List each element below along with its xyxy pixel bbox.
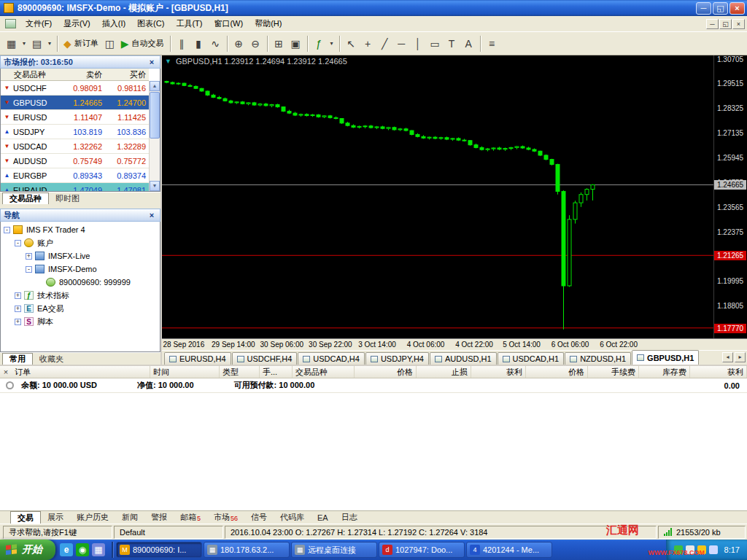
tree-item-3[interactable]: -IMSFX-Demo <box>1 262 160 276</box>
terminal-column-4[interactable]: 交易品种 <box>293 366 355 378</box>
terminal-tab-6[interactable]: 市场56 <box>207 511 244 524</box>
toolbar-crosshair-tool-button[interactable]: + <box>360 35 376 52</box>
market-watch-row-USDJPY[interactable]: ▲USDJPY103.819103.836 <box>1 125 149 139</box>
market-watch-close-icon[interactable]: × <box>147 58 157 66</box>
toolbar-vline-tool-button[interactable]: │ <box>410 35 427 52</box>
toolbar-zoom-in-button[interactable]: ⊕ <box>231 35 247 52</box>
toolbar-profiles-dropdown-button[interactable]: ▾ <box>45 35 54 52</box>
chart-tab-USDCADH1[interactable]: USDCAD,H1 <box>498 352 565 365</box>
toolbar-tile-windows-button[interactable]: ⊞ <box>271 35 287 52</box>
chart-tab-NZDUSDH1[interactable]: NZDUSD,H1 <box>565 352 631 365</box>
internet-explorer-icon[interactable]: e <box>60 543 73 556</box>
messenger-icon[interactable]: ◉ <box>76 543 89 556</box>
tree-item-4[interactable]: 890009690: 999999 <box>1 276 160 289</box>
chart-system-menu-icon[interactable] <box>5 19 16 28</box>
taskbar-task-0[interactable]: M890009690: I... <box>116 542 202 558</box>
time-axis[interactable]: 28 Sep 201629 Sep 14:0030 Sep 06:0030 Se… <box>162 338 747 350</box>
terminal-tab-2[interactable]: 账户历史 <box>70 511 115 524</box>
taskbar-task-1[interactable]: ▦180.178.63.2... <box>204 542 290 558</box>
tree-item-6[interactable]: +EEA交易 <box>1 302 160 315</box>
toolbar-hline-tool-button[interactable]: ─ <box>393 35 410 52</box>
toolbar-objects-list-button[interactable]: ≡ <box>484 35 500 52</box>
terminal-tab-1[interactable]: 展示 <box>41 511 70 524</box>
tab-common[interactable]: 常用 <box>2 353 33 365</box>
menu-item-2[interactable]: 插入(I) <box>96 16 131 31</box>
one-click-trading-icon[interactable]: ▼ <box>165 58 171 65</box>
terminal-tab-9[interactable]: EA <box>311 511 335 524</box>
tab-symbols[interactable]: 交易品种 <box>2 192 49 204</box>
terminal-column-11[interactable]: 获利 <box>690 366 747 378</box>
taskbar-task-3[interactable]: d1027947: Doo... <box>379 542 465 558</box>
chart-tabs-scroll-left-icon[interactable]: ◂ <box>722 352 733 362</box>
market-watch-row-USDCHF[interactable]: ▼USDCHF0.980910.98116 <box>1 81 149 96</box>
show-desktop-icon[interactable]: ▦ <box>92 543 105 556</box>
toolbar-rectangle-tool-button[interactable]: ▭ <box>427 35 444 52</box>
terminal-close-icon[interactable]: × <box>0 366 12 378</box>
toolbar-autotrading-button[interactable]: ▶自动交易 <box>118 35 167 52</box>
toolbar-line-chart-mode-button[interactable]: ∿ <box>207 35 224 52</box>
terminal-column-0[interactable]: 订单 <box>12 366 150 378</box>
mdi-close-button[interactable]: × <box>732 19 745 29</box>
market-watch-row-EURGBP[interactable]: ▲EURGBP0.893430.89374 <box>1 168 149 183</box>
terminal-column-6[interactable]: 止损 <box>417 366 471 378</box>
column-ask[interactable]: 买价 <box>107 69 149 80</box>
updates-icon[interactable] <box>709 545 718 554</box>
toolbar-profiles-button[interactable]: ▤ <box>28 35 45 52</box>
menu-item-0[interactable]: 文件(F) <box>20 16 58 31</box>
tree-item-2[interactable]: +IMSFX-Live <box>1 249 160 262</box>
toolbar-arrange-windows-button[interactable]: ▣ <box>287 35 304 52</box>
tab-tick-chart[interactable]: 即时图 <box>49 192 86 204</box>
chart-tabs-scroll-right-icon[interactable]: ▸ <box>735 352 746 362</box>
column-symbol[interactable]: 交易品种 <box>1 69 56 80</box>
terminal-column-2[interactable]: 类型 <box>220 366 260 378</box>
toolbar-label-tool-button[interactable]: A <box>460 35 477 52</box>
terminal-column-10[interactable]: 库存费 <box>639 366 690 378</box>
market-watch-row-USDCAD[interactable]: ▼USDCAD1.322621.32289 <box>1 139 149 154</box>
menu-item-3[interactable]: 图表(C) <box>131 16 170 31</box>
chart-tab-USDCHFH4[interactable]: USDCHF,H4 <box>232 352 298 365</box>
terminal-column-7[interactable]: 获利 <box>471 366 526 378</box>
tab-favorites[interactable]: 收藏夹 <box>33 353 70 365</box>
tree-expander-icon[interactable]: - <box>26 266 32 273</box>
tree-expander-icon[interactable]: + <box>15 319 21 325</box>
toolbar-chart-window-button[interactable]: ◫ <box>101 35 118 52</box>
menu-item-4[interactable]: 工具(T) <box>170 16 208 31</box>
mdi-minimize-button[interactable]: ─ <box>706 19 719 29</box>
terminal-tab-5[interactable]: 邮箱5 <box>174 511 207 524</box>
tree-expander-icon[interactable]: - <box>4 227 10 233</box>
close-button[interactable]: × <box>729 2 745 15</box>
start-button[interactable]: 开始 <box>0 540 55 560</box>
tree-item-0[interactable]: -IMS FX Trader 4 <box>1 223 160 236</box>
toolbar-new-order-button[interactable]: ◆新订单 <box>61 35 101 52</box>
menu-item-5[interactable]: 窗口(W) <box>208 16 249 31</box>
toolbar-candlestick-mode-button[interactable]: ▮ <box>190 35 207 52</box>
restore-button[interactable]: ◱ <box>713 2 728 15</box>
market-watch-scrollbar[interactable]: ▲ ▼ <box>149 81 160 191</box>
terminal-column-5[interactable]: 价格 <box>355 366 417 378</box>
scroll-down-icon[interactable]: ▼ <box>150 181 160 191</box>
tree-item-1[interactable]: -账户 <box>1 236 160 249</box>
terminal-tab-10[interactable]: 日志 <box>335 511 364 524</box>
tree-expander-icon[interactable]: + <box>26 253 32 260</box>
terminal-column-1[interactable]: 时间 <box>150 366 220 378</box>
market-watch-row-GBPUSD[interactable]: ▼GBPUSD1.246651.24700 <box>1 96 149 110</box>
tree-item-7[interactable]: +S脚本 <box>1 315 160 328</box>
terminal-column-8[interactable]: 价格 <box>526 366 588 378</box>
scroll-up-icon[interactable]: ▲ <box>150 81 160 91</box>
toolbar-zoom-out-button[interactable]: ⊖ <box>247 35 264 52</box>
taskbar-task-2[interactable]: ▦远程桌面连接 <box>291 542 377 558</box>
column-bid[interactable]: 卖价 <box>56 69 107 80</box>
chart-tab-GBPUSDH1[interactable]: GBPUSD,H1 <box>632 350 699 365</box>
toolbar-indicators-button[interactable]: ƒ <box>311 35 328 52</box>
scrollbar-thumb[interactable] <box>150 92 160 139</box>
terminal-tab-3[interactable]: 新闻 <box>115 511 144 524</box>
status-profile[interactable]: Default <box>114 526 223 539</box>
toolbar-bar-chart-mode-button[interactable]: ∥ <box>174 35 190 52</box>
terminal-tab-7[interactable]: 信号 <box>244 511 274 524</box>
toolbar-cursor-tool-button[interactable]: ↖ <box>343 35 360 52</box>
chart-plot[interactable]: ▼ GBPUSD,H1 1.23912 1.24694 1.23912 1.24… <box>162 55 713 338</box>
toolbar-trendline-tool-button[interactable]: ╱ <box>376 35 393 52</box>
toolbar-new-chart-dropdown-button[interactable]: ▾ <box>20 35 28 52</box>
market-watch-row-EURAUD[interactable]: ▲EURAUD1.470491.47081 <box>1 183 149 192</box>
taskbar-task-4[interactable]: 44201244 - Me... <box>466 542 552 558</box>
